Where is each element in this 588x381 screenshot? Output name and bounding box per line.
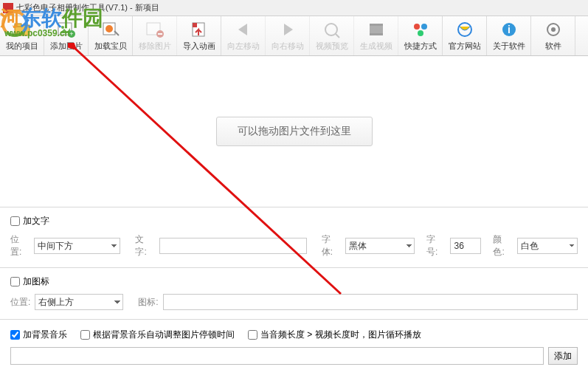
remove-image-icon: [145, 20, 165, 39]
toolbar-about-button[interactable]: i关于软件: [487, 16, 531, 55]
text-section: 加文字 位置: 中间下方 文字: 字体: 黑体 字号: 颜色: 白色: [0, 207, 588, 267]
my-project-icon: [12, 20, 32, 39]
text-pos-label: 位置:: [10, 233, 30, 258]
color-select[interactable]: 白色: [517, 238, 578, 254]
software-icon: [543, 20, 564, 39]
toolbar-add-image-button[interactable]: +添加图片: [44, 16, 89, 55]
gen-video-icon: [366, 20, 387, 39]
svg-point-7: [106, 25, 113, 32]
video-preview-icon: [322, 20, 342, 39]
svg-rect-10: [158, 33, 162, 35]
music-section: 加背景音乐 根据背景音乐自动调整图片停顿时间 当音频长度 > 视频长度时，图片循…: [0, 319, 588, 372]
bg-music-check[interactable]: [10, 330, 20, 340]
toolbar-move-right-button: 向右移动: [266, 16, 310, 55]
svg-point-17: [421, 24, 427, 30]
toolbar-label: 我的项目: [6, 41, 38, 52]
svg-point-3: [61, 26, 64, 29]
add-icon-label: 加图标: [23, 275, 49, 288]
toolbar-my-project-button[interactable]: 我的项目: [0, 16, 44, 55]
svg-point-16: [414, 24, 420, 30]
icon-pos-select[interactable]: 右侧上方: [35, 294, 123, 310]
add-text-label: 加文字: [23, 215, 49, 227]
move-right-icon: [277, 20, 298, 39]
website-icon: [454, 20, 475, 39]
add-icon-check[interactable]: [10, 277, 20, 286]
color-label: 颜色:: [493, 233, 512, 258]
svg-rect-15: [370, 33, 383, 35]
font-select[interactable]: 黑体: [345, 238, 415, 254]
svg-text:+: +: [69, 30, 73, 38]
move-left-icon: [233, 20, 254, 39]
svg-point-12: [325, 24, 337, 35]
toolbar-shortcut-button[interactable]: 快捷方式: [398, 16, 443, 55]
toolbar-label: 生成视频: [360, 41, 392, 52]
svg-rect-14: [370, 24, 383, 26]
size-label: 字号:: [426, 233, 446, 258]
svg-point-23: [551, 27, 556, 32]
import-anim-icon: [189, 20, 210, 39]
toolbar-website-button[interactable]: 官方网站: [443, 16, 487, 55]
auto-adjust-check[interactable]: [80, 330, 90, 340]
add-text-check[interactable]: [10, 216, 20, 226]
toolbar-label: 移除图片: [139, 41, 171, 52]
toolbar-label: 加载宝贝: [94, 41, 127, 52]
toolbar-label: 向右移动: [271, 41, 304, 52]
toolbar-label: 向左移动: [227, 41, 260, 52]
image-dropzone[interactable]: 可以拖动图片文件到这里: [0, 56, 588, 207]
about-icon: i: [499, 20, 519, 39]
bg-music-label: 加背景音乐: [23, 329, 67, 341]
toolbar-software-button[interactable]: 软件: [531, 16, 575, 55]
text-content-input[interactable]: [159, 238, 307, 254]
add-icon-checkbox[interactable]: 加图标: [10, 275, 578, 288]
loop-checkbox[interactable]: 当音频长度 > 视频长度时，图片循环播放: [248, 329, 421, 341]
svg-text:i: i: [508, 24, 511, 35]
toolbar-move-left-button: 向左移动: [221, 16, 266, 55]
window-title: 七彩色电子相册制作工具(V7.1) - 新项目: [16, 2, 159, 13]
dropzone-hint: 可以拖动图片文件到这里: [216, 117, 373, 146]
toolbar-label: 视频预览: [316, 41, 348, 52]
toolbar-label: 快捷方式: [404, 41, 437, 52]
font-label: 字体:: [322, 233, 341, 258]
app-icon: [3, 3, 13, 13]
toolbar-label: 关于软件: [493, 41, 525, 52]
icon-section: 加图标 位置: 右侧上方 图标:: [0, 267, 588, 319]
toolbar-load-baby-button[interactable]: 加载宝贝: [89, 16, 133, 55]
auto-adjust-label: 根据背景音乐自动调整图片停顿时间: [93, 329, 235, 341]
toolbar-label: 导入动画: [183, 41, 215, 52]
add-text-checkbox[interactable]: 加文字: [10, 215, 578, 227]
load-baby-icon: [100, 20, 121, 39]
toolbar-gen-video-button: 生成视频: [354, 16, 398, 55]
svg-point-18: [418, 30, 423, 36]
loop-check[interactable]: [248, 330, 257, 340]
size-input[interactable]: [450, 238, 481, 254]
toolbar-import-anim-button[interactable]: 导入动画: [177, 16, 221, 55]
toolbar-remove-image-button: 移除图片: [133, 16, 177, 55]
bg-music-checkbox[interactable]: 加背景音乐: [10, 329, 67, 341]
add-image-icon: +: [56, 20, 77, 39]
shortcut-icon: [410, 20, 431, 39]
toolbar-label: 官方网站: [449, 41, 481, 52]
loop-label: 当音频长度 > 视频长度时，图片循环播放: [260, 329, 421, 341]
toolbar-video-preview-button: 视频预览: [310, 16, 354, 55]
toolbar-label: 软件: [545, 41, 561, 52]
text-content-label: 文字:: [135, 233, 154, 258]
svg-rect-1: [15, 24, 21, 27]
titlebar: 七彩色电子相册制作工具(V7.1) - 新项目: [0, 0, 588, 16]
toolbar: 我的项目+添加图片加载宝贝移除图片导入动画向左移动向右移动视频预览生成视频快捷方…: [0, 16, 588, 56]
text-pos-select[interactable]: 中间下方: [34, 238, 120, 254]
music-path-input[interactable]: [10, 347, 544, 365]
icon-pos-label: 位置:: [10, 296, 30, 309]
add-music-button[interactable]: 添加: [548, 347, 578, 365]
toolbar-label: 添加图片: [50, 41, 83, 52]
icon-path-input[interactable]: [163, 294, 578, 310]
icon-path-label: 图标:: [138, 296, 158, 309]
auto-adjust-checkbox[interactable]: 根据背景音乐自动调整图片停顿时间: [80, 329, 235, 341]
